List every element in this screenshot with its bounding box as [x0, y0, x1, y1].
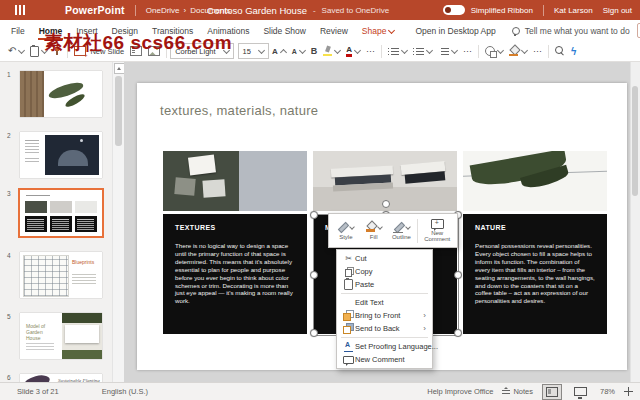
- tab-review[interactable]: Review: [313, 20, 355, 41]
- tab-design[interactable]: Design: [105, 20, 145, 41]
- open-in-desktop-button[interactable]: Open in Desktop App: [415, 26, 495, 36]
- slide-editing-surface[interactable]: textures, materials, nature TEXTURES: [137, 83, 627, 370]
- more-shape-options-button[interactable]: ···: [530, 42, 545, 60]
- shape-fill-button[interactable]: [506, 42, 530, 60]
- thumb-art: [25, 140, 39, 141]
- menu-item-paste[interactable]: Paste: [337, 278, 432, 291]
- slide-show-button[interactable]: [571, 384, 591, 400]
- fill-button[interactable]: Fill: [360, 222, 388, 240]
- more-font-options-button[interactable]: ···: [363, 42, 378, 60]
- scrollbar-thumb[interactable]: [115, 76, 122, 146]
- tab-animations[interactable]: Animations: [200, 20, 256, 41]
- paste-button[interactable]: [27, 42, 50, 60]
- bullet-list-icon: [388, 47, 399, 56]
- tab-shape[interactable]: Shape: [355, 20, 402, 41]
- menu-item-edit-text[interactable]: Edit Text: [337, 296, 432, 309]
- tab-file[interactable]: File: [4, 20, 32, 41]
- materials-image[interactable]: [313, 151, 457, 211]
- normal-view-button[interactable]: [542, 384, 562, 400]
- thumb-art: [65, 325, 99, 343]
- slide-number: 4: [7, 252, 11, 259]
- new-slide-button[interactable]: New Slide: [71, 42, 127, 60]
- tab-transitions[interactable]: Transitions: [145, 20, 200, 41]
- style-button[interactable]: Style: [332, 222, 360, 240]
- undo-button[interactable]: ↶: [5, 42, 27, 60]
- textures-textbox[interactable]: TEXTURES There is no logical way to desi…: [163, 214, 307, 334]
- language-status[interactable]: English (U.S.): [102, 387, 148, 396]
- font-color-button[interactable]: A: [343, 42, 363, 60]
- chevron-down-icon: [258, 47, 265, 54]
- tab-slide-show[interactable]: Slide Show: [256, 20, 313, 41]
- arrange-shape-button[interactable]: [482, 42, 506, 60]
- save-status[interactable]: Saved to OneDrive: [322, 6, 390, 15]
- menu-separator: [341, 293, 428, 294]
- slide-thumbnail-3-selected[interactable]: [20, 190, 102, 236]
- textures-image[interactable]: [163, 151, 307, 211]
- bullets-button[interactable]: [385, 42, 410, 60]
- status-bar: Slide 3 of 21 English (U.S.) Help Improv…: [0, 382, 640, 400]
- menu-item-cut[interactable]: ✂ Cut: [337, 252, 432, 265]
- slide-thumbnail-1[interactable]: [20, 71, 102, 117]
- grow-font-button[interactable]: A: [269, 42, 289, 60]
- more-icon: ···: [463, 46, 472, 56]
- simplified-ribbon-label: Simplified Ribbon: [471, 6, 533, 15]
- menu-item-new-comment[interactable]: New Comment: [337, 353, 432, 366]
- thumb-art: [26, 343, 54, 344]
- numbering-button[interactable]: [410, 42, 435, 60]
- align-button[interactable]: [435, 42, 460, 60]
- find-button[interactable]: [552, 42, 568, 60]
- menu-item-set-proofing-language[interactable]: Set Proofing Language...: [337, 340, 432, 353]
- titlebar-divider: [543, 5, 544, 16]
- scissors-icon: ✂: [345, 255, 352, 263]
- breadcrumb-root[interactable]: OneDrive: [146, 6, 180, 15]
- nature-image[interactable]: [463, 151, 607, 211]
- slide-thumbnail-4[interactable]: Blueprints: [20, 252, 102, 298]
- style-icon: [337, 222, 348, 232]
- bold-button[interactable]: B: [308, 42, 321, 60]
- format-painter-button[interactable]: [50, 42, 64, 60]
- help-improve-office-link[interactable]: Help Improve Office: [427, 387, 493, 396]
- share-button[interactable]: [637, 23, 640, 38]
- highlight-button[interactable]: [320, 42, 343, 60]
- font-name-combo[interactable]: Corbel Light: [170, 43, 233, 59]
- menu-item-bring-to-front[interactable]: Bring to Front ›: [337, 309, 432, 322]
- thumb-art: [62, 313, 102, 323]
- font-size-combo[interactable]: 15: [238, 43, 269, 59]
- menu-item-copy[interactable]: Copy: [337, 265, 432, 278]
- simplified-ribbon-toggle[interactable]: [443, 5, 465, 15]
- menu-item-send-to-back[interactable]: Send to Back ›: [337, 322, 432, 335]
- chevron-down-icon: [521, 47, 528, 54]
- slide-number: 2: [7, 132, 11, 139]
- tab-insert[interactable]: Insert: [69, 20, 104, 41]
- nature-textbox[interactable]: NATURE Personal possessions reveal perso…: [463, 214, 607, 334]
- thumb-art: [72, 274, 96, 275]
- layout-button[interactable]: [127, 42, 145, 60]
- ribbon-toolbar: ↶ New Slide Corbel Light 15 A A B A ··· …: [0, 41, 640, 62]
- slide-thumbnail-2[interactable]: [20, 132, 102, 178]
- scrollbar-thumb[interactable]: [632, 86, 638, 196]
- normal-view-icon: [546, 387, 558, 397]
- insert-image-button[interactable]: [145, 42, 163, 60]
- tell-me-box[interactable]: Tell me what you want to do: [512, 26, 630, 36]
- menu-separator: [341, 337, 428, 338]
- app-launcher-icon[interactable]: [15, 5, 25, 15]
- shrink-font-button[interactable]: A: [289, 42, 308, 60]
- slide-title[interactable]: textures, materials, nature: [160, 103, 318, 118]
- new-comment-button[interactable]: New Comment: [420, 219, 454, 243]
- designer-button[interactable]: ϟ: [568, 42, 579, 60]
- user-name[interactable]: Kat Larson: [554, 6, 593, 15]
- outline-button[interactable]: Outline: [388, 222, 416, 240]
- slide-thumbnail-5[interactable]: Model of Garden House: [20, 313, 102, 359]
- notes-toggle[interactable]: Notes: [502, 387, 533, 396]
- more-paragraph-options-button[interactable]: ···: [460, 42, 475, 60]
- tab-home[interactable]: Home: [32, 20, 70, 41]
- search-icon: [555, 46, 563, 54]
- document-title[interactable]: Contoso Garden House: [207, 5, 307, 16]
- context-menu: ✂ Cut Copy Paste Edit Text: [336, 249, 433, 369]
- chevron-up-icon: [280, 48, 287, 55]
- highlighter-icon: [323, 46, 332, 56]
- zoom-level[interactable]: 78%: [600, 387, 615, 396]
- canvas-scrollbar[interactable]: [630, 62, 640, 383]
- fit-to-window-icon[interactable]: [624, 387, 633, 396]
- sign-out-link[interactable]: Sign out: [603, 6, 632, 15]
